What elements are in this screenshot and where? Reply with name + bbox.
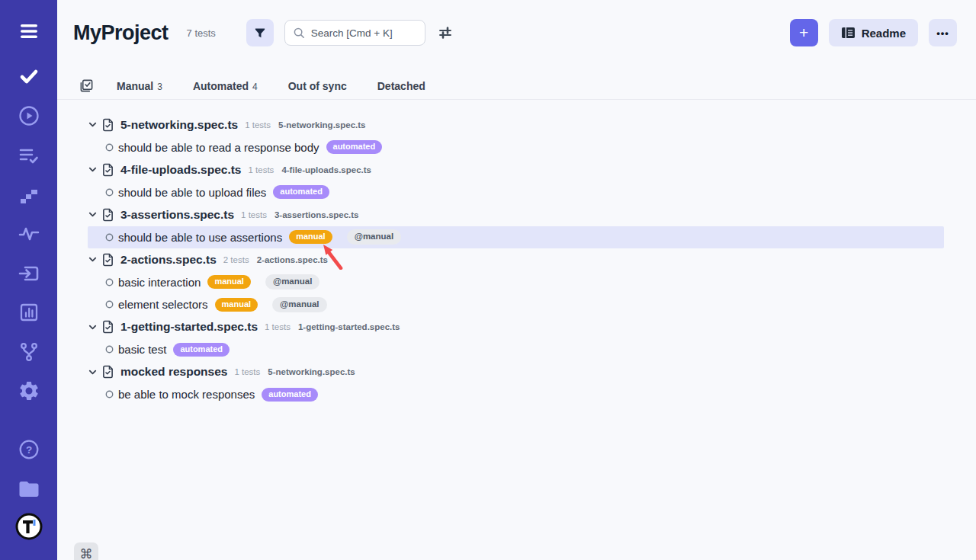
spec-file-path: 3-assertions.spec.ts xyxy=(274,210,359,219)
test-name: element selectors xyxy=(118,298,208,311)
sidebar-item-gear[interactable] xyxy=(0,377,57,405)
chevron-down-icon[interactable] xyxy=(88,120,98,130)
tab-label: Manual xyxy=(117,80,153,92)
sidebar-item-menu[interactable] xyxy=(0,18,57,45)
test-tag: @manual xyxy=(272,297,326,312)
sidebar-item-pulse[interactable] xyxy=(0,220,57,248)
sliders-icon xyxy=(438,25,453,40)
chevron-down-icon[interactable] xyxy=(88,254,98,264)
test-name: be able to mock responses xyxy=(118,388,255,401)
sidebar-item-play-circle[interactable] xyxy=(0,102,57,130)
header-actions: + Readme ••• xyxy=(790,19,957,46)
funnel-icon xyxy=(253,26,267,40)
tab-count: 3 xyxy=(157,82,162,92)
spec-file-row[interactable]: 4-file-uploads.spec.ts1 tests4-file-uplo… xyxy=(88,158,944,181)
menu-icon xyxy=(18,20,40,43)
test-name: basic test xyxy=(118,343,166,356)
chevron-down-icon[interactable] xyxy=(88,210,98,219)
spec-file-row[interactable]: 5-networking.spec.ts1 tests5-networking.… xyxy=(88,114,944,136)
test-status-icon xyxy=(105,188,114,197)
sidebar-item-folder[interactable] xyxy=(0,475,57,503)
test-row[interactable]: should be able to upload filesautomated xyxy=(88,181,944,204)
spec-file-name: mocked responses xyxy=(120,365,227,379)
import-icon xyxy=(17,262,41,285)
spec-file-path: 1-getting-started.spec.ts xyxy=(298,322,400,331)
test-badge: manual xyxy=(215,298,258,312)
test-row[interactable]: basic testautomated xyxy=(88,338,944,361)
test-row[interactable]: be able to mock responsesautomated xyxy=(88,383,944,406)
spec-file-row[interactable]: mocked responses1 tests5-networking.spec… xyxy=(88,361,944,384)
sidebar-item-list-check[interactable] xyxy=(0,142,57,169)
tab-label: Out of sync xyxy=(288,80,347,92)
spec-file-row[interactable]: 1-getting-started.spec.ts1 tests1-gettin… xyxy=(88,316,944,339)
test-row[interactable]: basic interactionmanual@manual xyxy=(88,271,944,294)
tab-automated[interactable]: Automated4 xyxy=(193,80,258,92)
test-badge: manual xyxy=(289,230,332,244)
tabs: Manual3Automated4Out of syncDetached xyxy=(117,80,456,92)
readme-button[interactable]: Readme xyxy=(829,19,918,46)
spec-file-path: 2-actions.spec.ts xyxy=(257,255,328,264)
search-box xyxy=(284,20,425,46)
spec-file-icon xyxy=(102,253,114,267)
tests-count: 7 tests xyxy=(187,27,216,39)
filter-button[interactable] xyxy=(246,19,274,46)
test-badge: automated xyxy=(262,388,318,402)
test-name: should be able to use assertions xyxy=(118,231,282,244)
sidebar-item-steps[interactable] xyxy=(0,181,57,209)
sidebar-item-check[interactable] xyxy=(0,62,57,90)
test-badge: automated xyxy=(273,185,329,199)
test-status-icon xyxy=(105,390,114,398)
play-circle-icon xyxy=(18,104,40,127)
svg-text:?: ? xyxy=(25,444,31,456)
test-badge: automated xyxy=(173,343,230,357)
cmd-key-button[interactable]: ⌘ xyxy=(74,542,98,560)
spec-file-row[interactable]: 3-assertions.spec.ts1 tests3-assertions.… xyxy=(88,203,944,226)
spec-file-icon xyxy=(102,118,114,132)
sidebar-item-help[interactable]: ? xyxy=(0,436,57,463)
main-area: MyProject 7 tests + xyxy=(57,0,976,560)
spec-tests-count: 1 tests xyxy=(241,210,267,219)
sidebar-item-branch[interactable] xyxy=(0,338,57,366)
sidebar-item-import[interactable] xyxy=(0,260,57,287)
spec-file-icon xyxy=(102,208,114,222)
chevron-down-icon[interactable] xyxy=(88,367,98,377)
spec-file-name: 3-assertions.spec.ts xyxy=(120,208,234,222)
more-button[interactable]: ••• xyxy=(929,19,957,46)
gear-icon xyxy=(18,379,40,402)
filter-settings-button[interactable] xyxy=(432,19,459,46)
tab-count: 4 xyxy=(252,82,258,92)
tests-tree: 5-networking.spec.ts1 tests5-networking.… xyxy=(57,114,976,406)
folder-icon xyxy=(17,478,41,501)
test-name: basic interaction xyxy=(118,276,201,289)
spec-file-row[interactable]: 2-actions.spec.ts2 tests2-actions.spec.t… xyxy=(88,248,944,271)
chevron-down-icon[interactable] xyxy=(88,165,98,174)
spec-file-name: 4-file-uploads.spec.ts xyxy=(120,163,241,177)
test-status-icon xyxy=(105,345,114,354)
topbar: MyProject 7 tests + xyxy=(57,19,976,46)
spec-file-icon xyxy=(102,320,114,334)
spec-file-icon xyxy=(102,365,114,379)
test-row[interactable]: should be able to use assertionsmanual@m… xyxy=(88,226,944,249)
spec-file-name: 1-getting-started.spec.ts xyxy=(120,320,258,334)
tab-out-of-sync[interactable]: Out of sync xyxy=(288,80,347,92)
sidebar-item-bar-chart[interactable] xyxy=(0,299,57,326)
sidebar-item-logo[interactable] xyxy=(0,513,57,540)
list-check-icon xyxy=(17,144,41,167)
steps-icon xyxy=(18,184,40,206)
spec-tests-count: 2 tests xyxy=(223,255,249,264)
search-input[interactable] xyxy=(311,27,417,39)
test-row[interactable]: should be able to read a response bodyau… xyxy=(88,136,944,159)
test-row[interactable]: element selectorsmanual@manual xyxy=(88,293,944,316)
select-all-icon[interactable] xyxy=(79,78,94,93)
add-button[interactable]: + xyxy=(790,19,818,46)
spec-tests-count: 1 tests xyxy=(245,120,271,130)
page-title: MyProject xyxy=(73,21,169,45)
tab-manual[interactable]: Manual3 xyxy=(117,80,162,92)
tab-detached[interactable]: Detached xyxy=(377,80,425,92)
test-badge: manual xyxy=(207,275,251,289)
test-status-icon xyxy=(105,300,114,309)
spec-file-name: 5-networking.spec.ts xyxy=(120,118,238,132)
chevron-down-icon[interactable] xyxy=(88,322,98,332)
help-icon: ? xyxy=(18,438,40,461)
test-status-icon xyxy=(105,143,114,152)
